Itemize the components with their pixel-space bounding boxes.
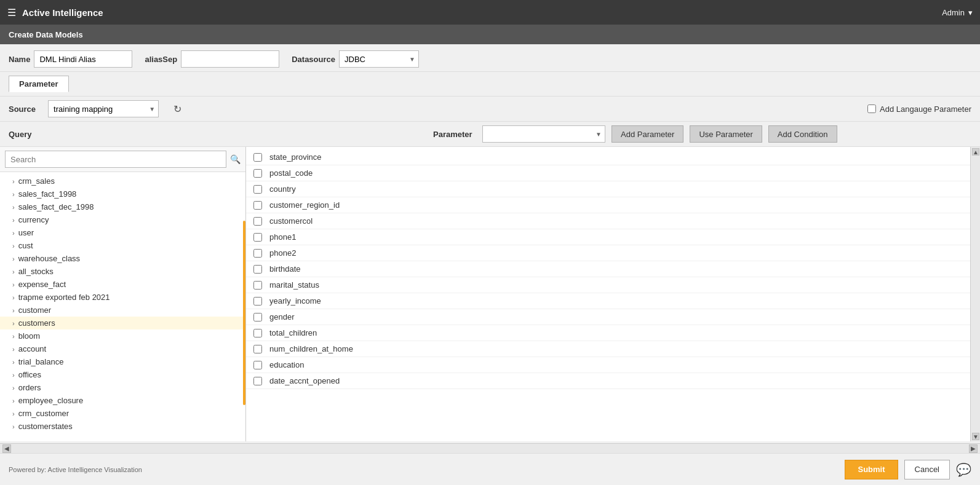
- tree-chevron-icon: ›: [12, 216, 15, 224]
- field-checkbox[interactable]: [253, 281, 262, 290]
- field-label: state_province: [269, 152, 322, 162]
- query-label: Query: [9, 130, 52, 139]
- field-checkbox[interactable]: [253, 329, 262, 337]
- name-label: Name: [9, 55, 30, 64]
- field-label: num_children_at_home: [269, 344, 353, 353]
- tree-item[interactable]: ›sales_fact_dec_1998: [0, 200, 245, 213]
- tree-item[interactable]: ›customer: [0, 304, 245, 317]
- add-condition-button[interactable]: Add Condition: [768, 125, 837, 143]
- field-row: state_province: [246, 149, 980, 165]
- tree-chevron-icon: ›: [12, 358, 15, 366]
- tree-item[interactable]: ›customers: [0, 317, 245, 329]
- tree-item[interactable]: ›crm_customer: [0, 407, 245, 420]
- field-checkbox[interactable]: [253, 169, 262, 178]
- tree-item[interactable]: ›trial_balance: [0, 355, 245, 368]
- cancel-button[interactable]: Cancel: [904, 460, 950, 479]
- add-language-label: Add Langauge Parameter: [880, 104, 971, 114]
- scroll-up-button[interactable]: ▲: [972, 148, 979, 156]
- scroll-left-button[interactable]: ◀: [2, 444, 11, 453]
- field-label: total_children: [269, 328, 317, 337]
- chat-icon[interactable]: 💬: [956, 462, 971, 477]
- use-parameter-button[interactable]: Use Parameter: [690, 125, 762, 143]
- name-input[interactable]: [34, 50, 132, 68]
- tree-item[interactable]: ›sales_fact_1998: [0, 187, 245, 200]
- field-label: country: [269, 184, 296, 194]
- tree-chevron-icon: ›: [12, 371, 15, 379]
- tree-chevron-icon: ›: [12, 191, 15, 198]
- field-label: yearly_income: [269, 296, 321, 306]
- tree-item[interactable]: ›cust: [0, 239, 245, 252]
- datasource-select[interactable]: JDBC: [339, 50, 419, 68]
- tree-item[interactable]: ›crm_sales: [0, 175, 245, 187]
- horizontal-scrollbar[interactable]: ◀ ▶: [0, 443, 980, 453]
- field-checkbox[interactable]: [253, 265, 262, 274]
- hamburger-icon[interactable]: ☰: [7, 7, 16, 18]
- field-checkbox[interactable]: [253, 249, 262, 258]
- tree-item[interactable]: ›expense_fact: [0, 278, 245, 291]
- field-checkbox[interactable]: [253, 201, 262, 210]
- tree-item[interactable]: ›employee_closure: [0, 394, 245, 407]
- tree-item[interactable]: ›currency: [0, 213, 245, 226]
- parameter-select[interactable]: [482, 125, 605, 143]
- tree-item[interactable]: ›bloom: [0, 329, 245, 342]
- submit-button[interactable]: Submit: [845, 460, 898, 479]
- field-row: customer_region_id: [246, 197, 980, 213]
- scroll-down-button[interactable]: ▼: [972, 433, 979, 440]
- add-language-checkbox[interactable]: [867, 104, 876, 113]
- tab-row: Parameter: [0, 72, 980, 97]
- tree-chevron-icon: ›: [12, 307, 15, 314]
- tree-item[interactable]: ›all_stocks: [0, 265, 245, 278]
- tree-item[interactable]: ›user: [0, 226, 245, 239]
- field-label: education: [269, 360, 304, 369]
- scroll-right-button[interactable]: ▶: [969, 444, 978, 453]
- field-checkbox[interactable]: [253, 361, 262, 369]
- field-checkbox[interactable]: [253, 233, 262, 242]
- tree-chevron-icon: ›: [12, 410, 15, 417]
- page-header: Create Data Models: [0, 25, 980, 44]
- field-label: gender: [269, 312, 294, 321]
- tree-item[interactable]: ›offices: [0, 368, 245, 381]
- tree-chevron-icon: ›: [12, 320, 15, 327]
- tree-item[interactable]: ›trapme exported feb 2021: [0, 291, 245, 304]
- field-label: birthdate: [269, 264, 301, 274]
- field-row: phone1: [246, 229, 980, 245]
- field-label: customer_region_id: [269, 200, 340, 210]
- search-icon[interactable]: 🔍: [230, 154, 241, 164]
- field-checkbox[interactable]: [253, 377, 262, 385]
- tree-chevron-icon: ›: [12, 229, 15, 237]
- field-row: date_accnt_opened: [246, 373, 980, 389]
- tree-chevron-icon: ›: [12, 345, 15, 353]
- tab-parameter[interactable]: Parameter: [9, 76, 69, 92]
- tree-item[interactable]: ›customerstates: [0, 420, 245, 433]
- tree-chevron-icon: ›: [12, 178, 15, 185]
- field-checkbox[interactable]: [253, 313, 262, 321]
- admin-dropdown-icon[interactable]: ▾: [968, 8, 973, 17]
- refresh-icon[interactable]: ↻: [173, 103, 181, 115]
- search-box-wrap: 🔍: [0, 147, 245, 172]
- tree-chevron-icon: ›: [12, 281, 15, 288]
- field-row: marital_status: [246, 277, 980, 293]
- main-content: 🔍 ›crm_sales›sales_fact_1998›sales_fact_…: [0, 147, 980, 441]
- source-select[interactable]: training mapping: [48, 100, 159, 117]
- vertical-scrollbar[interactable]: ▲ ▼: [970, 147, 980, 441]
- field-checkbox[interactable]: [253, 217, 262, 226]
- tree-chevron-icon: ›: [12, 203, 15, 211]
- field-checkbox[interactable]: [253, 153, 262, 162]
- tree-item[interactable]: ›account: [0, 342, 245, 355]
- search-input[interactable]: [5, 151, 226, 168]
- form-area: Name aliasSep Datasource JDBC: [0, 44, 980, 72]
- tree-item[interactable]: ›warehouse_class: [0, 252, 245, 265]
- tree-chevron-icon: ›: [12, 294, 15, 301]
- alias-sep-input[interactable]: [181, 50, 279, 68]
- tree-item[interactable]: ›orders: [0, 381, 245, 394]
- source-row: Source training mapping ↻ Add Langauge P…: [0, 97, 980, 122]
- field-checkbox[interactable]: [253, 185, 262, 194]
- field-label: phone1: [269, 232, 296, 242]
- add-parameter-button[interactable]: Add Parameter: [612, 125, 683, 143]
- field-checkbox[interactable]: [253, 345, 262, 353]
- field-label: customercol: [269, 216, 313, 226]
- field-checkbox[interactable]: [253, 297, 262, 306]
- tree-chevron-icon: ›: [12, 242, 15, 250]
- top-nav: ☰ Active Intelligence Admin ▾: [0, 0, 980, 25]
- field-label: marital_status: [269, 280, 319, 290]
